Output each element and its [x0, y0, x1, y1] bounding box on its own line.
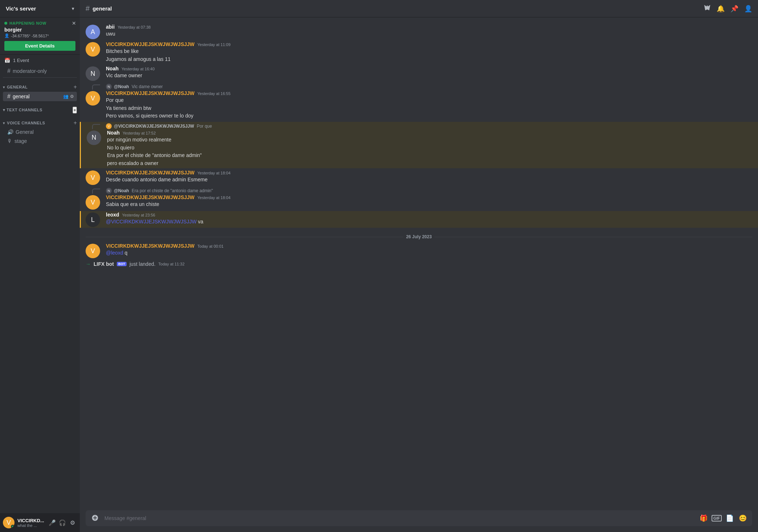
speaker-icon: 🔊: [7, 129, 13, 135]
user-area: V VICCIRKD... what the ... 🎤 🎧 ⚙: [0, 513, 80, 532]
add-attachment-button[interactable]: [88, 514, 102, 523]
reply-preview: N @Noah Era por el chiste de "antonio da…: [106, 188, 213, 194]
message-line: Por que: [106, 97, 752, 104]
close-button[interactable]: ✕: [72, 20, 76, 26]
message-header: Noah Yesterday at 17:52: [107, 130, 752, 136]
location-icon: 👤: [4, 33, 9, 38]
threads-button[interactable]: [704, 4, 711, 13]
message-author: VICCIRKDKWJJEJSKWJWJWJSJJW: [106, 194, 194, 200]
add-member-icon[interactable]: 👥: [63, 94, 69, 99]
message-line: Ya tienes admin btw: [106, 105, 752, 112]
pinned-messages-button[interactable]: 📌: [730, 5, 738, 13]
gif-button[interactable]: GIF: [712, 515, 722, 521]
messages-area[interactable]: A abii Yesterday at 07:38 uwu V VICCIRKD…: [80, 17, 758, 510]
message-line: Jugamos al amogus a las 11: [106, 56, 752, 63]
message-line: uwu: [106, 30, 752, 38]
reply-author: @VICCIRKDKWJJEJSKWJWJWJSJJW: [114, 124, 194, 129]
event-details-button[interactable]: Event Details: [4, 41, 75, 51]
settings-icon[interactable]: ⚙: [70, 94, 74, 99]
add-channel-button[interactable]: +: [74, 84, 77, 90]
member-list-button[interactable]: 👤: [744, 5, 752, 13]
add-voice-channel-button[interactable]: +: [74, 120, 77, 126]
headphone-button[interactable]: 🎧: [58, 518, 67, 527]
sidebar-events-item[interactable]: 📅 1 Event: [0, 55, 80, 66]
message-line: @VICCIRKDKWJJEJSKWJWJWJSJJW va: [106, 218, 752, 226]
reply-connector-left: [86, 123, 100, 129]
reply-connector: V @VICCIRKDKWJJEJSKWJWJWJSJJW Por que: [80, 122, 758, 129]
chevron-icon: ▾: [3, 108, 5, 112]
message-text: uwu: [106, 30, 752, 38]
mention-link[interactable]: @VICCIRKDKWJJEJSKWJWJWJSJJW: [106, 219, 197, 224]
reply-author: @Noah: [114, 84, 129, 89]
message-line: Pero vamos, si quieres owner te lo doy: [106, 112, 752, 120]
message-group: V VICCIRKDKWJJEJSKWJWJWJSJJW Yesterday a…: [80, 41, 758, 64]
message-text: @leoxd q: [106, 249, 752, 257]
channel-header-name: general: [92, 5, 112, 12]
sidebar-item-voice-stage[interactable]: 🎙 stage: [3, 137, 77, 145]
message-text: @VICCIRKDKWJJEJSKWJWJWJSJJW va: [106, 218, 752, 226]
message-author: Noah: [106, 66, 119, 71]
reply-line-decoration: [92, 124, 100, 129]
server-header[interactable]: Vic's server ▾: [0, 0, 80, 17]
bot-message: → LIFX bot BOT just landed. Today at 11:…: [80, 260, 758, 268]
message-author: VICCIRKDKWJJEJSKWJWJWJSJJW: [106, 243, 194, 249]
message-timestamp: Today at 11:32: [158, 262, 185, 266]
message-content: VICCIRKDKWJJEJSKWJWJWJSJJW Yesterday at …: [106, 41, 752, 63]
message-input[interactable]: [102, 512, 699, 525]
message-content: VICCIRKDKWJJEJSKWJWJWJSJJW Yesterday at …: [106, 194, 752, 210]
message-content: Noah Yesterday at 17:52 por ningún motiv…: [107, 130, 752, 168]
message-timestamp: Yesterday at 16:55: [197, 91, 230, 96]
reply-connector: N @Noah Era por el chiste de "antonio da…: [80, 186, 758, 194]
event-location: 👤 -34.67785° -58.5617°: [4, 33, 75, 38]
message-line: Sabia que era un chiste: [106, 201, 752, 208]
message-line: Era por el chiste de "antonio dame admin…: [107, 152, 752, 159]
hash-icon: #: [7, 68, 11, 74]
reply-text: Por que: [195, 124, 212, 129]
server-name: Vic's server: [6, 5, 36, 12]
message-group: A abii Yesterday at 07:38 uwu: [80, 23, 758, 40]
channel-hash-icon: #: [86, 4, 90, 13]
reply-preview: N @Noah Vic dame owner: [106, 84, 163, 90]
message-author: Noah: [107, 130, 120, 136]
emoji-button[interactable]: 😊: [738, 513, 748, 523]
bot-name: LIFX bot: [94, 261, 114, 267]
microphone-button[interactable]: 🎤: [48, 518, 57, 527]
reply-line-decoration: [92, 84, 100, 90]
add-text-channel-button[interactable]: +: [73, 107, 77, 114]
reply-connector-left: [86, 84, 100, 90]
category-text-channels[interactable]: ▾ TEXT CHANNELS +: [0, 102, 80, 115]
sidebar-item-general[interactable]: # general 👥 ⚙: [3, 92, 77, 101]
message-header: VICCIRKDKWJJEJSKWJWJWJSJJW Yesterday at …: [106, 170, 752, 176]
message-header: VICCIRKDKWJJEJSKWJWJWJSJJW Yesterday at …: [106, 90, 752, 96]
notification-button[interactable]: 🔔: [717, 5, 725, 13]
settings-button[interactable]: ⚙: [68, 518, 77, 527]
user-name: VICCIRKD...: [17, 518, 45, 523]
reply-connector-left: [86, 188, 100, 194]
sidebar-scroll: 📅 1 Event # moderator-only ▾ GENERAL + #…: [0, 55, 80, 513]
message-author: abii: [106, 24, 115, 30]
reply-text: Vic dame owner: [131, 84, 163, 89]
reply-line: @Noah Era por el chiste de "antonio dame…: [114, 188, 213, 193]
category-general[interactable]: ▾ GENERAL +: [0, 79, 80, 91]
reply-preview: V @VICCIRKDKWJJEJSKWJWJWJSJJW Por que: [106, 123, 212, 129]
message-content: VICCIRKDKWJJEJSKWJWJWJSJJW Yesterday at …: [106, 170, 752, 185]
reply-line: @Noah Vic dame owner: [114, 84, 163, 89]
divider-line: [86, 237, 403, 237]
message-group: V VICCIRKDKWJJEJSKWJWJWJSJJW Yesterday a…: [80, 194, 758, 210]
status-dot: [4, 22, 7, 25]
message-input-container: 🎁 GIF 📄 😊: [86, 510, 752, 526]
message-group: V VICCIRKDKWJJEJSKWJWJWJSJJW Yesterday a…: [80, 169, 758, 186]
message-text-content: va: [198, 219, 203, 224]
mention-link[interactable]: @leoxd: [106, 250, 123, 256]
gift-button[interactable]: 🎁: [699, 513, 709, 523]
sidebar-item-moderator-only[interactable]: # moderator-only: [3, 66, 77, 76]
calendar-icon: 📅: [4, 58, 10, 63]
sidebar-item-voice-general[interactable]: 🔊 General: [3, 128, 77, 136]
sticker-button[interactable]: 📄: [725, 513, 735, 523]
message-line: Bitches be like: [106, 48, 752, 55]
avatar: A: [86, 25, 100, 39]
date-divider: 26 July 2023: [80, 228, 758, 242]
message-text: Desde cuando antonio dame admin Esmeme: [106, 176, 752, 183]
category-voice-channels[interactable]: ▾ VOICE CHANNELS +: [0, 115, 80, 127]
bot-text: just landed.: [129, 261, 156, 267]
